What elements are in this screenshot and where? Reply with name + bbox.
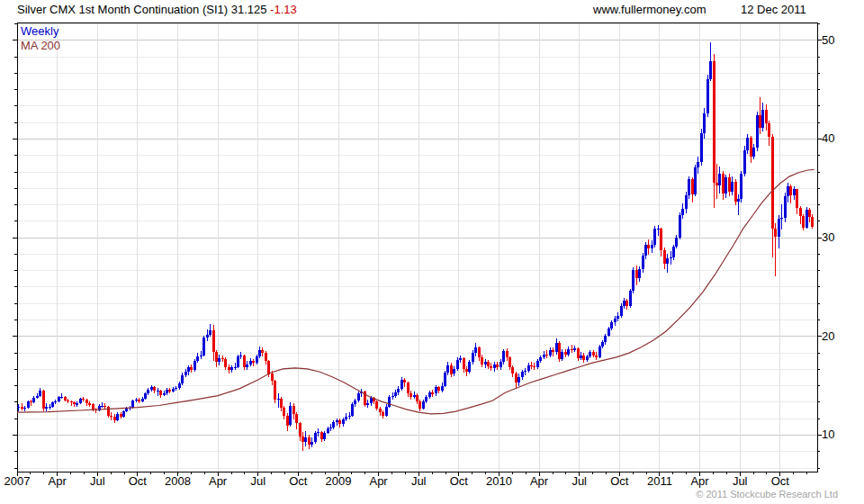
candle-body [351,404,354,415]
candle-body [416,395,418,402]
candle-body [756,115,759,148]
copyright-label: © 2011 Stockcube Research Ltd [696,489,838,500]
candle-body [446,365,449,374]
candle-body [539,357,542,361]
candle-body [342,419,345,425]
candle-body [672,247,675,257]
candle-body [258,350,261,356]
candle-body [778,219,780,237]
candle-body [86,400,88,403]
candle-body [586,356,589,360]
candle-body [474,347,477,354]
candle-body [549,350,552,356]
candle-body [157,391,159,392]
candle-body [239,356,242,356]
candle-body [750,138,752,157]
candle-body [299,423,302,436]
candle-body [567,349,570,355]
x-axis-label: Oct [760,474,800,488]
candle-body [530,365,533,366]
candle-body [388,397,391,407]
x-axis-label: Apr [359,474,399,488]
candle-body [521,372,524,377]
candle-body [657,229,660,230]
candle-body [724,177,727,194]
candle-body [614,319,616,322]
candle-body [506,351,508,357]
candle-body [558,343,561,359]
candle-body [808,210,811,217]
candle-body [310,442,313,445]
candle-body [218,358,220,362]
candle-body [101,406,104,407]
candle-body [131,400,134,408]
candle-body [493,364,496,368]
candle-body [224,359,227,367]
candle-body [166,390,168,393]
candle-body [524,371,526,372]
candle-body [793,189,796,195]
candle-body [629,291,632,306]
candle-body [228,367,230,370]
candle-body [552,350,554,352]
candle-body [626,301,628,306]
x-axis-label: 2007 [0,474,37,488]
candle-body [200,356,202,356]
candle-body [685,195,688,209]
candle-body [431,392,434,393]
y-axis-label: 10 [822,428,834,440]
x-axis-label: 2009 [319,474,358,488]
candle-body [138,400,140,401]
x-axis-label: Jul [720,474,760,488]
candle-body [508,357,511,367]
x-axis-label: Oct [599,474,639,488]
candle-body [632,270,634,291]
candle-body [407,382,410,393]
candle-body [283,408,285,416]
candle-body [237,356,239,367]
x-axis-label: Oct [278,474,318,488]
candle-body [181,375,184,384]
x-axis-label: Jul [77,474,117,488]
candle-body [435,387,437,394]
candle-body [780,218,783,219]
candle-body [502,351,505,362]
candle-body [51,402,54,406]
candle-body [150,387,153,390]
candle-body [743,150,746,174]
candle-body [675,238,678,247]
candle-body [663,250,666,263]
candle-body [784,196,787,218]
candle-body [289,406,292,426]
candle-body [582,356,585,361]
candle-body [518,377,520,383]
candle-body [425,397,428,402]
candle-body [642,256,644,269]
legend-ma200: MA 200 [21,39,60,52]
candle-body [184,372,187,374]
candle-body [410,393,412,396]
candle-body [190,367,193,370]
y-axis-label: 50 [822,33,834,46]
candle-body [598,346,601,357]
candle-body [644,245,647,256]
candle-body [647,245,650,248]
candle-body [209,330,212,334]
candle-body [292,406,295,415]
candle-body [246,364,248,367]
candle-body [746,138,749,149]
price-chart-svg [0,0,864,504]
candle-body [752,148,755,157]
candle-body [122,411,125,417]
candle-body [17,407,20,408]
candle-body [60,397,63,398]
candle-body [527,365,530,372]
candle-body [691,179,694,194]
candle-body [252,361,255,363]
candle-body [249,361,252,364]
candle-body [571,349,573,350]
candle-body [394,392,397,395]
candle-body [382,412,384,415]
candle-body [308,437,310,446]
candle-body [159,391,162,394]
